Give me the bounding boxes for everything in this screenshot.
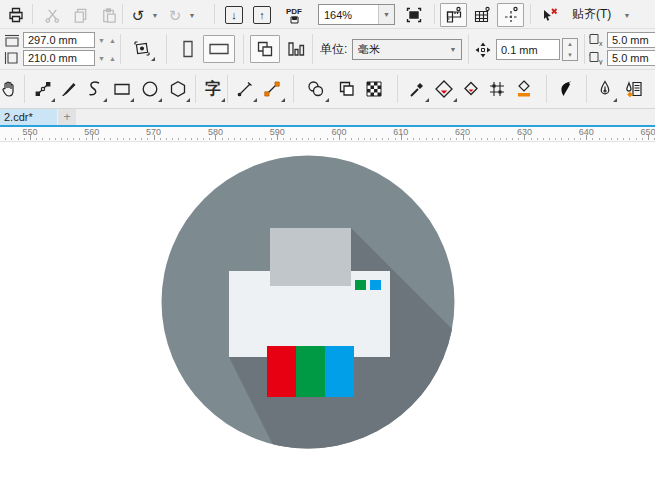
show-rulers-toggle[interactable] bbox=[440, 3, 467, 27]
ruler-minor-tick bbox=[605, 138, 606, 140]
chevron-down-icon: ▼ bbox=[624, 12, 631, 19]
curve-icon bbox=[85, 79, 105, 99]
print-button[interactable] bbox=[4, 3, 28, 27]
overlapping-pages-icon bbox=[255, 39, 275, 59]
ink-bar-green[interactable] bbox=[296, 346, 325, 397]
separator bbox=[214, 4, 215, 24]
nudge-spinner[interactable]: ▲▼ bbox=[562, 38, 578, 61]
page-width-field[interactable]: 297.0 mm bbox=[23, 32, 95, 48]
ruler-minor-tick bbox=[290, 138, 291, 140]
ruler-minor-tick bbox=[178, 138, 179, 140]
mesh-fill-button[interactable] bbox=[484, 75, 510, 103]
ruler-minor-tick bbox=[611, 138, 612, 140]
show-grid-button[interactable] bbox=[470, 3, 494, 27]
ruler-minor-tick bbox=[73, 138, 74, 140]
connector-tool-button[interactable] bbox=[258, 75, 286, 103]
ruler-minor-tick bbox=[327, 138, 328, 140]
flyout-indicator bbox=[281, 98, 285, 102]
cut-button[interactable] bbox=[40, 3, 64, 27]
redo-button[interactable]: ↻ bbox=[164, 3, 186, 27]
units-combo[interactable]: 毫米 ▼ bbox=[352, 39, 462, 60]
document-tab-active[interactable]: 2.cdr* bbox=[0, 109, 57, 125]
snap-dropdown[interactable]: ▼ bbox=[620, 3, 634, 27]
page-height-spinner[interactable]: ▼▲ bbox=[98, 50, 116, 66]
smart-fill-button[interactable] bbox=[510, 75, 538, 103]
transparency-tool-button[interactable] bbox=[334, 75, 360, 103]
ruler-minor-tick bbox=[475, 138, 476, 140]
autofit-page-button[interactable] bbox=[128, 36, 156, 62]
printer-artwork[interactable] bbox=[0, 142, 655, 481]
ruler-minor-tick bbox=[543, 138, 544, 140]
ruler-minor-tick bbox=[228, 138, 229, 140]
ruler-minor-tick bbox=[5, 138, 6, 140]
current-page-button[interactable] bbox=[283, 35, 309, 63]
outline-pen-button[interactable] bbox=[592, 75, 618, 103]
ink-bar-red[interactable] bbox=[267, 346, 296, 397]
new-tab-button[interactable]: + bbox=[58, 109, 76, 125]
freehand-tool-button[interactable] bbox=[82, 75, 108, 103]
ruler-minor-tick bbox=[259, 138, 260, 140]
export-button[interactable]: ↑ bbox=[250, 4, 274, 26]
interactive-fill-button[interactable] bbox=[430, 75, 458, 103]
ink-bar-blue[interactable] bbox=[325, 346, 354, 397]
ruler-minor-tick bbox=[49, 138, 50, 140]
portrait-button[interactable] bbox=[176, 35, 200, 63]
zoom-level-combo[interactable]: 164% ▼ bbox=[318, 4, 395, 25]
spin-up-icon: ▲ bbox=[563, 39, 577, 50]
eyedropper-tool-button[interactable] bbox=[404, 75, 430, 103]
fullscreen-preview-button[interactable] bbox=[402, 3, 426, 27]
duplicate-x-icon: x bbox=[588, 33, 605, 47]
printer-paper[interactable] bbox=[270, 228, 351, 286]
flyout-indicator bbox=[613, 98, 617, 102]
shape-tool-button[interactable] bbox=[30, 75, 56, 103]
rectangle-tool-button[interactable] bbox=[108, 75, 135, 103]
page-width-spinner[interactable]: ▼▲ bbox=[98, 32, 116, 48]
ellipse-tool-button[interactable] bbox=[136, 75, 163, 103]
polygon-tool-button[interactable] bbox=[164, 75, 191, 103]
paste-button[interactable] bbox=[96, 3, 120, 27]
page-height-field[interactable]: 210.0 mm bbox=[23, 50, 95, 66]
landscape-button[interactable] bbox=[203, 35, 235, 63]
fill-outline-dialog-button[interactable] bbox=[620, 75, 648, 103]
ruler-minor-tick bbox=[11, 138, 12, 140]
printer-indicator-blue[interactable] bbox=[370, 280, 381, 290]
chevron-down-icon: ▼ bbox=[189, 12, 196, 19]
line-tool-button[interactable] bbox=[232, 75, 258, 103]
smart-fill-diamond-button[interactable] bbox=[458, 75, 484, 103]
pattern-fill-button[interactable] bbox=[360, 75, 388, 103]
shadow-tool-button[interactable] bbox=[302, 75, 330, 103]
fullscreen-icon bbox=[405, 6, 423, 24]
spin-up-icon: ▲ bbox=[109, 55, 116, 62]
ruler-minor-tick bbox=[222, 138, 223, 140]
live-sketch-button[interactable] bbox=[552, 75, 580, 103]
ruler-minor-tick bbox=[444, 138, 445, 140]
redo-dropdown[interactable]: ▼ bbox=[186, 3, 198, 27]
chevron-down-icon: ▼ bbox=[445, 40, 461, 59]
drawing-canvas[interactable] bbox=[0, 142, 655, 481]
all-pages-button[interactable] bbox=[250, 35, 280, 63]
undo-dropdown[interactable]: ▼ bbox=[149, 3, 161, 27]
copy-button[interactable] bbox=[68, 3, 92, 27]
publish-pdf-button[interactable]: PDF bbox=[280, 3, 308, 27]
separator bbox=[166, 34, 167, 64]
duplicate-y-field[interactable]: 5.0 mm bbox=[607, 50, 655, 66]
ruler-minor-tick bbox=[642, 138, 643, 140]
shadow-icon bbox=[306, 79, 326, 99]
snap-disable-button[interactable] bbox=[538, 3, 562, 27]
show-guidelines-toggle[interactable] bbox=[497, 3, 524, 27]
cut-icon bbox=[44, 7, 61, 24]
horizontal-ruler[interactable]: 550560570580590600610620630640650 bbox=[0, 127, 655, 142]
undo-button[interactable]: ↺ bbox=[127, 3, 149, 27]
pan-tool-button[interactable] bbox=[0, 75, 22, 103]
snap-to-label[interactable]: 贴齐(T) bbox=[572, 0, 611, 29]
printer-indicator-green[interactable] bbox=[355, 280, 366, 290]
import-button[interactable]: ↓ bbox=[222, 4, 246, 26]
flyout-indicator bbox=[221, 98, 225, 102]
ruler-minor-tick bbox=[623, 138, 624, 140]
ruler-minor-tick bbox=[617, 138, 618, 140]
duplicate-x-field[interactable]: 5.0 mm bbox=[607, 32, 655, 48]
separator bbox=[397, 75, 398, 103]
artistic-media-tool-button[interactable] bbox=[56, 75, 82, 103]
text-tool-button[interactable]: 字 bbox=[200, 75, 226, 103]
nudge-distance-field[interactable]: 0.1 mm bbox=[496, 39, 560, 60]
